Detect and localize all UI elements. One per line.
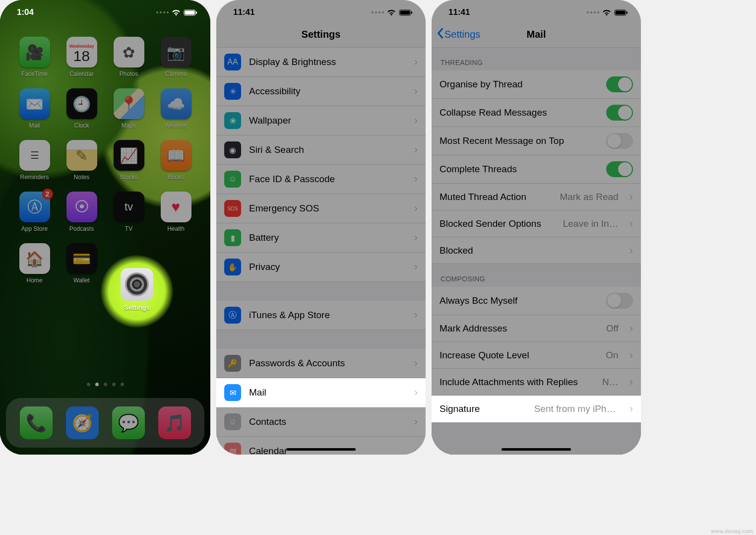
app-reminders[interactable]: ☰Reminders <box>11 140 58 181</box>
display-icon: AA <box>224 54 241 70</box>
toggle[interactable] <box>606 293 633 309</box>
badge-count: 2 <box>42 189 53 200</box>
battery-icon <box>399 9 413 16</box>
app-notes[interactable]: ✎Notes <box>58 140 105 181</box>
dock-safari[interactable]: 🧭 <box>66 406 99 439</box>
row-label: Always Bcc Myself <box>440 295 598 306</box>
row-label: Siri & Search <box>249 144 406 155</box>
mail-row[interactable]: Mark AddressesOff› <box>432 315 641 342</box>
row-label: Battery <box>249 232 406 243</box>
dock-phone[interactable]: 📞 <box>20 406 53 439</box>
row-label: Include Attachments with Replies <box>440 377 594 388</box>
app-facetime[interactable]: 🎥FaceTime <box>11 37 58 77</box>
photos-icon: ✿ <box>123 44 135 61</box>
settings-row-calendar[interactable]: ▥Calendar› <box>216 437 426 455</box>
app-maps[interactable]: 📍Maps <box>105 88 152 129</box>
privacy-icon: ✋ <box>224 259 241 275</box>
access-icon: ✳ <box>224 83 241 100</box>
stocks-icon: 📈 <box>120 147 138 164</box>
cellular-icon <box>372 11 384 13</box>
row-label: Display & Brightness <box>249 57 406 67</box>
toggle[interactable] <box>606 133 633 149</box>
settings-row-battery[interactable]: ▮Battery› <box>216 223 426 253</box>
back-button[interactable]: Settings <box>437 28 480 41</box>
app-clock[interactable]: 🕘Clock <box>58 88 105 129</box>
row-value: Leave in In… <box>563 218 619 229</box>
settings-row-access[interactable]: ✳Accessibility› <box>216 77 426 106</box>
settings-row-itunes[interactable]: ⒶiTunes & App Store› <box>216 301 426 330</box>
messages-icon: 💬 <box>118 413 139 433</box>
home-indicator[interactable] <box>286 448 356 451</box>
mail-row[interactable]: Muted Thread ActionMark as Read› <box>432 184 641 210</box>
toggle[interactable] <box>606 161 633 177</box>
app-stocks[interactable]: 📈Stocks <box>105 140 152 181</box>
toggle[interactable] <box>606 105 633 121</box>
mail-row[interactable]: Include Attachments with RepliesN…› <box>432 369 641 396</box>
dock: 📞 🧭 💬 🎵 <box>6 398 204 448</box>
app-wallet[interactable]: 💳Wallet <box>58 243 105 284</box>
maps-icon: 📍 <box>120 95 138 113</box>
appstore-icon: Ⓐ <box>27 197 42 217</box>
settings-row-mail[interactable]: ✉Mail› <box>216 378 426 407</box>
mail-row[interactable]: Blocked› <box>432 237 641 264</box>
mail-settings-list[interactable]: THREADINGOrganise by ThreadCollapse Read… <box>432 48 641 455</box>
wifi-icon <box>387 9 396 16</box>
settings-row-wall[interactable]: ❀Wallpaper› <box>216 106 426 135</box>
reminders-icon: ☰ <box>30 149 39 161</box>
mail-row[interactable]: Increase Quote LevelOn› <box>432 342 641 369</box>
wallet-icon: 💳 <box>72 250 91 268</box>
mail-row[interactable]: Collapse Read Messages <box>432 99 641 127</box>
home-indicator[interactable] <box>502 448 571 451</box>
mail-row[interactable]: Complete Threads <box>432 155 641 184</box>
settings-list[interactable]: AADisplay & Brightness›✳Accessibility›❀W… <box>216 48 426 455</box>
toggle[interactable] <box>606 76 633 92</box>
chevron-right-icon: › <box>414 261 418 273</box>
settings-row-faceid[interactable]: ☺Face ID & Passcode› <box>216 165 426 194</box>
app-calendar[interactable]: Wednesday18Calendar <box>58 37 105 77</box>
battery-icon: ▮ <box>224 229 241 246</box>
calendar-icon: ▥ <box>224 443 241 455</box>
faceid-icon: ☺ <box>224 171 241 188</box>
settings-row-display[interactable]: AADisplay & Brightness› <box>216 48 426 77</box>
settings-row-siri[interactable]: ◉Siri & Search› <box>216 135 426 165</box>
row-value: On <box>606 350 618 361</box>
page-indicator[interactable] <box>0 383 210 386</box>
clock-icon: 🕘 <box>72 95 91 113</box>
dock-music[interactable]: 🎵 <box>158 406 191 439</box>
mail-row[interactable]: Always Bcc Myself <box>432 287 641 315</box>
row-label: iTunes & App Store <box>249 310 406 321</box>
pw-icon: 🔑 <box>224 355 241 372</box>
calendar-day: 18 <box>73 49 90 64</box>
mail-row[interactable]: SignatureSent from my iPhone› <box>432 396 641 422</box>
svg-rect-4 <box>400 10 410 14</box>
settings-row-privacy[interactable]: ✋Privacy› <box>216 253 426 282</box>
chevron-right-icon: › <box>414 202 418 215</box>
mail-icon: ✉ <box>224 384 241 401</box>
mail-row[interactable]: Organise by Thread <box>432 70 641 99</box>
app-books[interactable]: 📖Books <box>152 140 199 181</box>
mail-row[interactable]: Blocked Sender OptionsLeave in In…› <box>432 210 641 237</box>
back-label: Settings <box>444 29 480 40</box>
app-camera[interactable]: 📷Camera <box>152 37 199 77</box>
app-appstore[interactable]: Ⓐ2App Store <box>11 192 58 232</box>
app-health[interactable]: ♥Health <box>152 192 199 232</box>
app-podcasts[interactable]: ⦿Podcasts <box>58 192 105 232</box>
chevron-right-icon: › <box>630 244 633 257</box>
dock-messages[interactable]: 💬 <box>112 406 145 439</box>
app-mail[interactable]: ✉️Mail <box>11 88 58 129</box>
app-home[interactable]: 🏠Home <box>11 243 58 284</box>
app-photos[interactable]: ✿Photos <box>105 37 152 77</box>
battery-icon <box>184 9 197 16</box>
mail-row[interactable]: Most Recent Message on Top <box>432 127 641 155</box>
phone-icon: 📞 <box>26 413 47 433</box>
settings-row-contacts[interactable]: ☺Contacts› <box>216 407 426 437</box>
settings-row-sos[interactable]: SOSEmergency SOS› <box>216 194 426 223</box>
app-weather[interactable]: ☁️Weather <box>152 88 199 129</box>
weather-icon: ☁️ <box>167 95 185 113</box>
settings-row-pw[interactable]: 🔑Passwords & Accounts› <box>216 349 426 378</box>
row-label: Complete Threads <box>440 164 598 175</box>
home-icon: 🏠 <box>25 250 44 268</box>
row-label: Collapse Read Messages <box>440 107 598 118</box>
app-tv[interactable]: tvTV <box>105 192 152 232</box>
row-label: Face ID & Passcode <box>249 174 406 185</box>
